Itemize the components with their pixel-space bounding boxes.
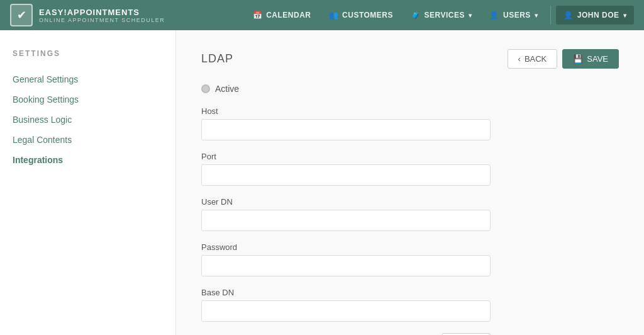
- host-group: Host: [201, 106, 491, 140]
- sidebar-item-booking[interactable]: Booking Settings: [13, 91, 163, 108]
- save-button[interactable]: 💾 SAVE: [562, 49, 619, 69]
- port-input[interactable]: [201, 164, 491, 186]
- nav-divider: [550, 6, 551, 25]
- password-input[interactable]: [201, 255, 491, 276]
- active-label: Active: [215, 84, 239, 94]
- nav-user-profile[interactable]: 👤 JOHN DOE ▾: [556, 6, 634, 25]
- users-icon: 👤: [489, 11, 499, 20]
- host-label: Host: [201, 106, 491, 116]
- nav-calendar-label: CALENDAR: [266, 11, 311, 20]
- nav-customers[interactable]: 👥 CUSTOMERS: [321, 6, 401, 25]
- sidebar-item-business[interactable]: Business Logic: [13, 111, 163, 128]
- brand-title: EASY!APPOINTMENTS: [39, 8, 165, 17]
- nav-users[interactable]: 👤 USERS ▾: [482, 6, 545, 25]
- sidebar-nav: General Settings Booking Settings Busine…: [13, 71, 163, 169]
- sidebar-item-legal[interactable]: Legal Contents: [13, 131, 163, 149]
- sidebar-item-general[interactable]: General Settings: [13, 71, 163, 88]
- user-profile-icon: 👤: [564, 11, 574, 20]
- customers-icon: 👥: [329, 11, 339, 20]
- navbar: ✔ EASY!APPOINTMENTS ONLINE APPOINTMENT S…: [0, 0, 644, 30]
- base-dn-input[interactable]: [201, 300, 491, 322]
- nav-customers-label: CUSTOMERS: [342, 11, 393, 20]
- calendar-icon: 📅: [253, 11, 263, 20]
- port-group: Port: [201, 152, 491, 186]
- host-input[interactable]: [201, 119, 491, 140]
- nav-user-label: JOHN DOE: [577, 11, 619, 20]
- users-caret-icon: ▾: [535, 12, 538, 19]
- sidebar-title: SETTINGS: [13, 49, 163, 58]
- port-label: Port: [201, 152, 491, 161]
- sidebar-item-integrations[interactable]: Integrations: [13, 151, 163, 169]
- main-nav: 📅 CALENDAR 👥 CUSTOMERS 🧳 SERVICES ▾ 👤 US…: [245, 6, 634, 25]
- save-label: SAVE: [587, 54, 608, 64]
- page-title: LDAP: [201, 52, 233, 65]
- main-container: SETTINGS General Settings Booking Settin…: [0, 30, 644, 335]
- password-group: Password: [201, 242, 491, 276]
- base-dn-group: Base DN: [201, 288, 491, 322]
- back-chevron-icon: ‹: [518, 54, 521, 64]
- header-actions: ‹ BACK 💾 SAVE: [508, 49, 619, 69]
- brand: ✔ EASY!APPOINTMENTS ONLINE APPOINTMENT S…: [10, 4, 165, 26]
- nav-calendar[interactable]: 📅 CALENDAR: [245, 6, 319, 25]
- services-caret-icon: ▾: [469, 12, 472, 19]
- nav-users-label: USERS: [503, 11, 531, 20]
- active-row: Active: [201, 84, 491, 94]
- user-dn-label: User DN: [201, 197, 491, 207]
- user-dn-input[interactable]: [201, 210, 491, 231]
- nav-services[interactable]: 🧳 SERVICES ▾: [403, 6, 479, 25]
- back-button[interactable]: ‹ BACK: [508, 49, 558, 69]
- password-label: Password: [201, 242, 491, 252]
- brand-subtitle: ONLINE APPOINTMENT SCHEDULER: [39, 17, 165, 23]
- content-header: LDAP ‹ BACK 💾 SAVE: [201, 49, 619, 69]
- nav-services-label: SERVICES: [425, 11, 465, 20]
- services-icon: 🧳: [411, 11, 421, 20]
- base-dn-label: Base DN: [201, 288, 491, 297]
- save-icon: 💾: [573, 54, 583, 64]
- content-area: LDAP ‹ BACK 💾 SAVE Active Host: [176, 30, 644, 335]
- brand-logo-icon: ✔: [10, 4, 33, 26]
- user-caret-icon: ▾: [623, 12, 627, 19]
- active-toggle[interactable]: [201, 84, 210, 93]
- back-label: BACK: [525, 54, 547, 64]
- user-dn-group: User DN: [201, 197, 491, 231]
- form-wrapper: Active Host Port User DN Password: [201, 84, 491, 335]
- settings-sidebar: SETTINGS General Settings Booking Settin…: [0, 30, 176, 335]
